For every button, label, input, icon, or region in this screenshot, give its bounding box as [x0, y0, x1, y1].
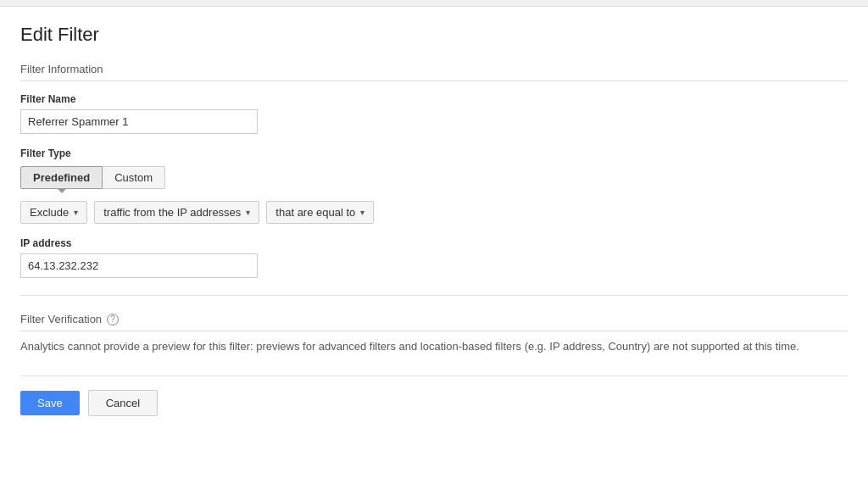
traffic-label: traffic from the IP addresses	[103, 206, 241, 219]
page-title: Edit Filter	[20, 24, 848, 46]
save-button[interactable]: Save	[20, 391, 80, 415]
exclude-dropdown[interactable]: Exclude ▾	[20, 201, 87, 224]
traffic-dropdown[interactable]: traffic from the IP addresses ▾	[94, 201, 259, 224]
ip-address-label: IP address	[20, 237, 848, 249]
filter-dropdown-row: Exclude ▾ traffic from the IP addresses …	[20, 201, 848, 224]
verification-text: Analytics cannot provide a preview for t…	[20, 338, 848, 355]
action-row: Save Cancel	[20, 376, 848, 416]
filter-type-label: Filter Type	[20, 147, 848, 159]
top-bar	[0, 0, 868, 7]
filter-name-input[interactable]	[20, 109, 258, 134]
filter-name-field: Filter Name	[20, 93, 848, 134]
condition-label: that are equal to	[275, 206, 355, 219]
tab-predefined[interactable]: Predefined	[20, 166, 103, 189]
divider-1	[20, 295, 848, 296]
main-content: Edit Filter Filter Information Filter Na…	[0, 7, 868, 433]
exclude-label: Exclude	[30, 206, 69, 219]
filter-type-tabs: Predefined Custom	[20, 166, 848, 189]
exclude-arrow-icon: ▾	[74, 208, 78, 217]
filter-name-label: Filter Name	[20, 93, 848, 105]
tab-custom[interactable]: Custom	[103, 166, 165, 189]
cancel-button[interactable]: Cancel	[88, 390, 158, 416]
ip-address-section: IP address	[20, 237, 848, 278]
filter-type-section: Filter Type Predefined Custom Exclude ▾ …	[20, 147, 848, 224]
ip-address-input[interactable]	[20, 253, 258, 278]
condition-dropdown[interactable]: that are equal to ▾	[266, 201, 374, 224]
help-icon[interactable]: ?	[107, 314, 119, 325]
filter-verification-section: Filter Verification ? Analytics cannot p…	[20, 313, 848, 355]
condition-arrow-icon: ▾	[360, 208, 364, 217]
filter-information-header: Filter Information	[20, 63, 848, 81]
traffic-arrow-icon: ▾	[246, 208, 250, 217]
filter-verification-label: Filter Verification	[20, 313, 102, 325]
filter-verification-header: Filter Verification ?	[20, 313, 848, 331]
